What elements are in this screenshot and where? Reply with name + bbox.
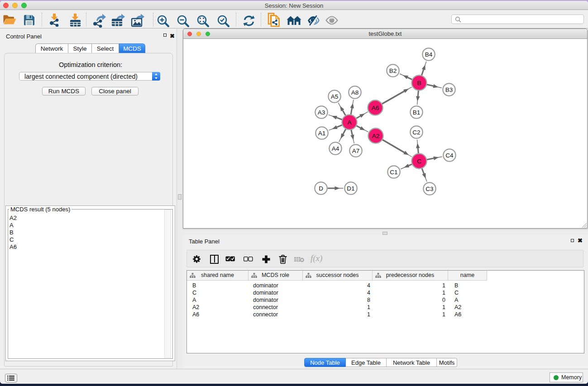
svg-text:A: A bbox=[347, 119, 351, 126]
svg-text:A5: A5 bbox=[331, 93, 339, 100]
svg-text:C2: C2 bbox=[412, 129, 420, 136]
svg-text:C4: C4 bbox=[445, 152, 454, 159]
svg-text:B2: B2 bbox=[389, 67, 397, 74]
svg-text:B: B bbox=[417, 80, 421, 86]
svg-text:A3: A3 bbox=[318, 109, 325, 116]
svg-text:C3: C3 bbox=[425, 186, 433, 192]
svg-text:B4: B4 bbox=[425, 51, 433, 58]
svg-text:A7: A7 bbox=[352, 148, 360, 154]
svg-text:A8: A8 bbox=[351, 89, 359, 96]
svg-text:B1: B1 bbox=[413, 109, 421, 116]
svg-text:C1: C1 bbox=[390, 169, 397, 176]
svg-text:A2: A2 bbox=[372, 133, 380, 139]
svg-text:C: C bbox=[417, 158, 421, 165]
svg-text:D1: D1 bbox=[347, 185, 354, 192]
svg-text:D: D bbox=[319, 185, 323, 192]
svg-text:A6: A6 bbox=[372, 105, 379, 111]
svg-text:A1: A1 bbox=[318, 130, 326, 137]
svg-text:B3: B3 bbox=[445, 86, 453, 93]
svg-text:A4: A4 bbox=[332, 145, 339, 152]
